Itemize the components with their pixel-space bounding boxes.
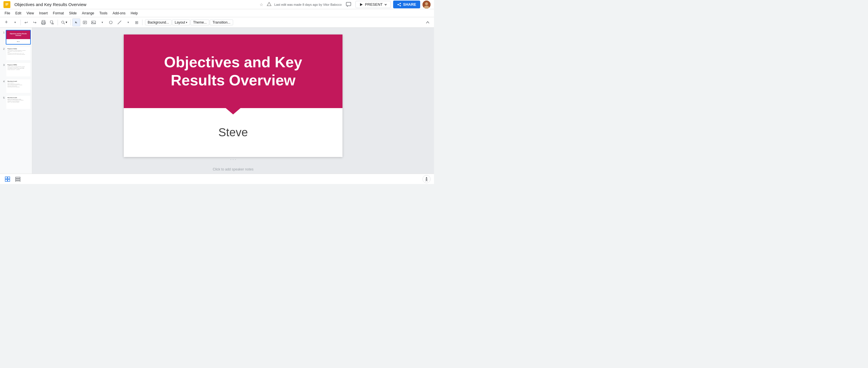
svg-point-39: [426, 177, 427, 178]
resize-handle[interactable]: · · ·: [230, 157, 236, 162]
special-char-button[interactable]: ⊞: [133, 19, 141, 27]
slide-num-5: 5: [1, 95, 5, 99]
add-slide-button[interactable]: +: [2, 19, 10, 27]
menu-arrange[interactable]: Arrange: [80, 10, 97, 16]
present-button[interactable]: PRESENT: [355, 1, 391, 8]
slide-thumbnail-3[interactable]: 3 Purpose of OKRs Measure your work: You…: [1, 62, 31, 77]
svg-point-21: [62, 21, 64, 23]
menu-insert[interactable]: Insert: [37, 10, 50, 16]
accessibility-button[interactable]: [423, 175, 431, 183]
slide-5-heading: How does it work: [7, 97, 29, 98]
svg-rect-1: [5, 3, 8, 4]
top-bar: Objectives and Key Results Overview ☆ La…: [0, 0, 434, 9]
layout-button[interactable]: Layout ▾: [172, 20, 190, 25]
menu-format[interactable]: Format: [51, 10, 66, 16]
slide-num-4: 4: [1, 79, 5, 83]
slide-canvas[interactable]: Objectives and Key Results Overview Stev…: [124, 34, 342, 157]
slide-thumbnail-1[interactable]: 1 Objectives and Key Results Overview St…: [1, 30, 31, 44]
slide-1-content[interactable]: Objectives and Key Results Overview Stev…: [6, 30, 31, 44]
image-dropdown[interactable]: ▾: [98, 19, 106, 27]
canvas-area: Objectives and Key Results Overview Stev…: [32, 28, 434, 174]
svg-rect-15: [42, 21, 45, 22]
add-dropdown-button[interactable]: ▾: [11, 19, 19, 27]
slide-arrow: [225, 107, 241, 114]
undo-button[interactable]: ↩: [22, 19, 30, 27]
drive-icon[interactable]: [267, 2, 271, 7]
svg-rect-35: [8, 179, 10, 181]
last-edit-text: Last edit was made 8 days ago by Vitor B…: [274, 3, 342, 6]
slide-presenter-name[interactable]: Steve: [218, 126, 248, 139]
slide-2-content[interactable]: Purpose of slides Give an overview to a …: [6, 46, 31, 61]
background-button[interactable]: Background...: [145, 20, 172, 25]
collapse-toolbar-button[interactable]: [424, 19, 432, 27]
zoom-dropdown[interactable]: ▾: [59, 20, 69, 25]
theme-button[interactable]: Theme...: [190, 20, 209, 25]
chat-icon-btn[interactable]: [344, 0, 353, 9]
svg-point-18: [44, 23, 45, 23]
svg-marker-6: [360, 3, 363, 6]
svg-line-22: [64, 23, 65, 24]
speaker-notes[interactable]: Click to add speaker notes: [124, 165, 342, 174]
svg-rect-36: [16, 177, 20, 178]
slide-top-section: Objectives and Key Results Overview: [124, 34, 342, 108]
top-right-actions: PRESENT SHARE: [344, 0, 431, 9]
line-dropdown[interactable]: ▾: [124, 19, 132, 27]
slide-5-content[interactable]: How does it work Measure your objective …: [6, 95, 31, 110]
slide-1-thumb-name: Steve: [17, 41, 20, 42]
slide-num-3: 3: [1, 62, 5, 66]
text-box-button[interactable]: [81, 19, 89, 27]
separator-4: [142, 20, 143, 25]
svg-rect-5: [346, 2, 351, 6]
svg-line-10: [398, 3, 400, 5]
menu-slide[interactable]: Slide: [67, 10, 79, 16]
slide-thumbnail-5[interactable]: 5 How does it work Measure your objectiv…: [1, 95, 31, 110]
list-view-button[interactable]: [14, 175, 22, 183]
menu-edit[interactable]: Edit: [13, 10, 24, 16]
slide-3-content[interactable]: Purpose of OKRs Measure your work: You D…: [6, 62, 31, 77]
menu-view[interactable]: View: [24, 10, 36, 16]
redo-button[interactable]: ↪: [31, 19, 39, 27]
slide-num-1: 1: [1, 30, 5, 34]
slide-main-title[interactable]: Objectives and Key Results Overview: [124, 47, 342, 95]
menu-tools[interactable]: Tools: [97, 10, 110, 16]
grid-view-button[interactable]: [3, 175, 11, 183]
user-avatar[interactable]: [423, 1, 431, 9]
star-icon[interactable]: ☆: [259, 2, 264, 7]
slide-1-thumb-title: Objectives and Key Results Overview: [7, 33, 29, 36]
svg-rect-33: [8, 177, 10, 179]
svg-rect-20: [52, 23, 54, 25]
menu-bar: File Edit View Insert Format Slide Arran…: [0, 9, 434, 17]
svg-rect-2: [5, 4, 8, 5]
toolbar: + ▾ ↩ ↪ ▾ ▾ ▾ ⊞ Background... Layout ▾: [0, 17, 434, 28]
slide-bottom-section: Steve: [124, 108, 342, 157]
svg-line-11: [398, 5, 400, 6]
slide-panel: 1 Objectives and Key Results Overview St…: [0, 28, 32, 174]
menu-help[interactable]: Help: [128, 10, 140, 16]
paint-format-button[interactable]: [48, 19, 56, 27]
image-button[interactable]: [90, 19, 98, 27]
svg-line-43: [427, 180, 427, 181]
line-button[interactable]: [115, 19, 123, 27]
slide-2-heading: Purpose of slides: [7, 48, 29, 49]
shape-button[interactable]: [107, 19, 115, 27]
transition-button[interactable]: Transition...: [210, 20, 233, 25]
slide-4-content[interactable]: How does it work Define an objective: Wh…: [6, 79, 31, 94]
menu-addons[interactable]: Add-ons: [110, 10, 128, 16]
cursor-button[interactable]: [72, 19, 80, 27]
document-title: Objectives and Key Results Overview: [14, 2, 257, 7]
main-area: 1 Objectives and Key Results Overview St…: [0, 28, 434, 174]
svg-rect-37: [16, 179, 20, 180]
slide-4-heading: How does it work: [7, 80, 29, 82]
share-button[interactable]: SHARE: [393, 1, 420, 8]
slide-thumbnail-4[interactable]: 4 How does it work Define an objective: …: [1, 79, 31, 94]
menu-file[interactable]: File: [2, 10, 12, 16]
print-button[interactable]: [39, 19, 48, 27]
slide-3-heading: Purpose of OKRs: [7, 64, 29, 66]
separator-3: [70, 20, 71, 25]
bottom-toolbar: [0, 174, 434, 184]
svg-rect-0: [5, 2, 9, 7]
svg-rect-3: [5, 5, 7, 5]
svg-rect-32: [5, 177, 7, 179]
slide-thumbnail-2[interactable]: 2 Purpose of slides Give an overview to …: [1, 46, 31, 61]
svg-rect-19: [50, 21, 53, 23]
